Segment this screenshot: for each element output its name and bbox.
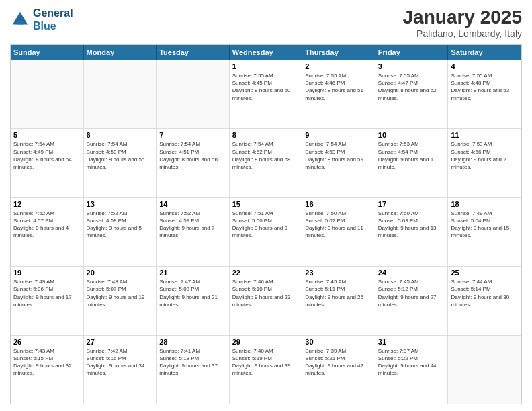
day-number: 19 <box>13 269 81 277</box>
empty-cell <box>157 60 230 128</box>
day-number: 27 <box>87 338 154 346</box>
day-cell-20: 20Sunrise: 7:48 AM Sunset: 5:07 PM Dayli… <box>84 267 157 334</box>
logo-line1: General <box>33 7 73 19</box>
day-number: 31 <box>378 338 445 346</box>
day-cell-1: 1Sunrise: 7:55 AM Sunset: 4:45 PM Daylig… <box>230 60 303 128</box>
day-number: 23 <box>305 269 372 277</box>
day-number: 10 <box>378 131 445 139</box>
day-number: 3 <box>378 62 445 71</box>
day-number: 20 <box>87 269 154 277</box>
calendar-body: 1Sunrise: 7:55 AM Sunset: 4:45 PM Daylig… <box>11 60 521 404</box>
day-info: Sunrise: 7:39 AM Sunset: 5:21 PM Dayligh… <box>305 347 372 377</box>
svg-rect-2 <box>17 21 24 25</box>
day-header-monday: Monday <box>84 45 157 60</box>
day-info: Sunrise: 7:54 AM Sunset: 4:49 PM Dayligh… <box>13 140 81 171</box>
day-info: Sunrise: 7:52 AM Sunset: 4:57 PM Dayligh… <box>13 210 81 240</box>
calendar-row-2: 5Sunrise: 7:54 AM Sunset: 4:49 PM Daylig… <box>11 128 521 197</box>
page: General Blue January 2025 Palidano, Lomb… <box>0 0 532 411</box>
day-header-friday: Friday <box>375 45 449 60</box>
day-header-wednesday: Wednesday <box>230 45 303 60</box>
day-cell-22: 22Sunrise: 7:46 AM Sunset: 5:10 PM Dayli… <box>230 267 303 334</box>
day-info: Sunrise: 7:52 AM Sunset: 4:58 PM Dayligh… <box>87 210 154 240</box>
calendar-header: SundayMondayTuesdayWednesdayThursdayFrid… <box>11 45 521 60</box>
day-cell-10: 10Sunrise: 7:53 AM Sunset: 4:54 PM Dayli… <box>375 129 449 197</box>
day-header-thursday: Thursday <box>302 45 375 60</box>
day-cell-6: 6Sunrise: 7:54 AM Sunset: 4:50 PM Daylig… <box>84 129 157 197</box>
day-number: 21 <box>159 269 226 277</box>
day-info: Sunrise: 7:55 AM Sunset: 4:45 PM Dayligh… <box>232 72 300 102</box>
day-number: 14 <box>159 200 226 208</box>
day-info: Sunrise: 7:54 AM Sunset: 4:50 PM Dayligh… <box>87 140 154 171</box>
day-cell-29: 29Sunrise: 7:40 AM Sunset: 5:19 PM Dayli… <box>230 336 303 404</box>
day-cell-19: 19Sunrise: 7:49 AM Sunset: 5:06 PM Dayli… <box>11 267 84 334</box>
day-info: Sunrise: 7:45 AM Sunset: 5:12 PM Dayligh… <box>378 278 445 308</box>
day-info: Sunrise: 7:42 AM Sunset: 5:16 PM Dayligh… <box>87 347 154 377</box>
day-number: 29 <box>232 338 300 346</box>
day-info: Sunrise: 7:54 AM Sunset: 4:52 PM Dayligh… <box>232 140 300 171</box>
day-info: Sunrise: 7:40 AM Sunset: 5:19 PM Dayligh… <box>232 347 300 377</box>
day-info: Sunrise: 7:55 AM Sunset: 4:46 PM Dayligh… <box>305 72 372 102</box>
logo: General Blue <box>10 7 73 32</box>
day-info: Sunrise: 7:50 AM Sunset: 5:03 PM Dayligh… <box>378 210 445 240</box>
day-info: Sunrise: 7:51 AM Sunset: 5:00 PM Dayligh… <box>232 210 300 240</box>
day-number: 22 <box>232 269 300 277</box>
day-cell-25: 25Sunrise: 7:44 AM Sunset: 5:14 PM Dayli… <box>448 267 521 334</box>
calendar-row-3: 12Sunrise: 7:52 AM Sunset: 4:57 PM Dayli… <box>11 197 521 266</box>
logo-line2: Blue <box>33 19 73 32</box>
day-cell-4: 4Sunrise: 7:55 AM Sunset: 4:48 PM Daylig… <box>448 60 521 128</box>
day-number: 12 <box>13 200 81 208</box>
day-number: 13 <box>87 200 154 208</box>
day-number: 7 <box>159 131 226 139</box>
day-cell-21: 21Sunrise: 7:47 AM Sunset: 5:08 PM Dayli… <box>157 267 230 334</box>
day-number: 24 <box>378 269 445 277</box>
day-cell-24: 24Sunrise: 7:45 AM Sunset: 5:12 PM Dayli… <box>375 267 449 334</box>
day-cell-27: 27Sunrise: 7:42 AM Sunset: 5:16 PM Dayli… <box>84 336 157 404</box>
day-number: 1 <box>232 62 300 71</box>
day-info: Sunrise: 7:54 AM Sunset: 4:53 PM Dayligh… <box>305 140 372 171</box>
day-info: Sunrise: 7:52 AM Sunset: 4:59 PM Dayligh… <box>159 210 226 240</box>
day-cell-15: 15Sunrise: 7:51 AM Sunset: 5:00 PM Dayli… <box>230 198 303 266</box>
day-number: 25 <box>451 269 519 277</box>
day-info: Sunrise: 7:46 AM Sunset: 5:10 PM Dayligh… <box>232 278 300 308</box>
calendar-row-4: 19Sunrise: 7:49 AM Sunset: 5:06 PM Dayli… <box>11 266 521 334</box>
day-number: 5 <box>13 131 81 139</box>
day-header-sunday: Sunday <box>11 45 84 60</box>
day-cell-5: 5Sunrise: 7:54 AM Sunset: 4:49 PM Daylig… <box>11 129 84 197</box>
day-cell-7: 7Sunrise: 7:54 AM Sunset: 4:51 PM Daylig… <box>157 129 230 197</box>
day-cell-2: 2Sunrise: 7:55 AM Sunset: 4:46 PM Daylig… <box>302 60 375 128</box>
day-cell-16: 16Sunrise: 7:50 AM Sunset: 5:02 PM Dayli… <box>302 198 375 266</box>
day-info: Sunrise: 7:55 AM Sunset: 4:47 PM Dayligh… <box>378 72 445 102</box>
day-number: 28 <box>159 338 226 346</box>
day-info: Sunrise: 7:55 AM Sunset: 4:48 PM Dayligh… <box>451 72 519 102</box>
day-cell-18: 18Sunrise: 7:49 AM Sunset: 5:04 PM Dayli… <box>448 198 521 266</box>
day-header-tuesday: Tuesday <box>157 45 230 60</box>
empty-cell <box>84 60 157 128</box>
day-info: Sunrise: 7:45 AM Sunset: 5:11 PM Dayligh… <box>305 278 372 308</box>
day-cell-12: 12Sunrise: 7:52 AM Sunset: 4:57 PM Dayli… <box>11 198 84 266</box>
day-number: 17 <box>378 200 445 208</box>
header: General Blue January 2025 Palidano, Lomb… <box>10 7 522 39</box>
empty-cell <box>11 60 84 128</box>
day-info: Sunrise: 7:48 AM Sunset: 5:07 PM Dayligh… <box>87 278 154 308</box>
day-cell-30: 30Sunrise: 7:39 AM Sunset: 5:21 PM Dayli… <box>302 336 375 404</box>
empty-cell <box>448 336 521 404</box>
day-info: Sunrise: 7:47 AM Sunset: 5:08 PM Dayligh… <box>159 278 226 308</box>
day-number: 2 <box>305 62 372 71</box>
day-cell-8: 8Sunrise: 7:54 AM Sunset: 4:52 PM Daylig… <box>230 129 303 197</box>
day-cell-26: 26Sunrise: 7:43 AM Sunset: 5:15 PM Dayli… <box>11 336 84 404</box>
calendar: SundayMondayTuesdayWednesdayThursdayFrid… <box>10 44 522 404</box>
day-cell-13: 13Sunrise: 7:52 AM Sunset: 4:58 PM Dayli… <box>84 198 157 266</box>
day-number: 16 <box>305 200 372 208</box>
day-info: Sunrise: 7:44 AM Sunset: 5:14 PM Dayligh… <box>451 278 519 308</box>
day-number: 9 <box>305 131 372 139</box>
day-info: Sunrise: 7:43 AM Sunset: 5:15 PM Dayligh… <box>13 347 81 377</box>
day-number: 26 <box>13 338 81 346</box>
month-title: January 2025 <box>403 7 522 28</box>
day-number: 11 <box>451 131 519 139</box>
day-cell-31: 31Sunrise: 7:37 AM Sunset: 5:22 PM Dayli… <box>375 336 449 404</box>
day-header-saturday: Saturday <box>448 45 521 60</box>
day-info: Sunrise: 7:50 AM Sunset: 5:02 PM Dayligh… <box>305 210 372 240</box>
calendar-row-1: 1Sunrise: 7:55 AM Sunset: 4:45 PM Daylig… <box>11 60 521 128</box>
day-number: 4 <box>451 62 519 71</box>
day-cell-23: 23Sunrise: 7:45 AM Sunset: 5:11 PM Dayli… <box>302 267 375 334</box>
